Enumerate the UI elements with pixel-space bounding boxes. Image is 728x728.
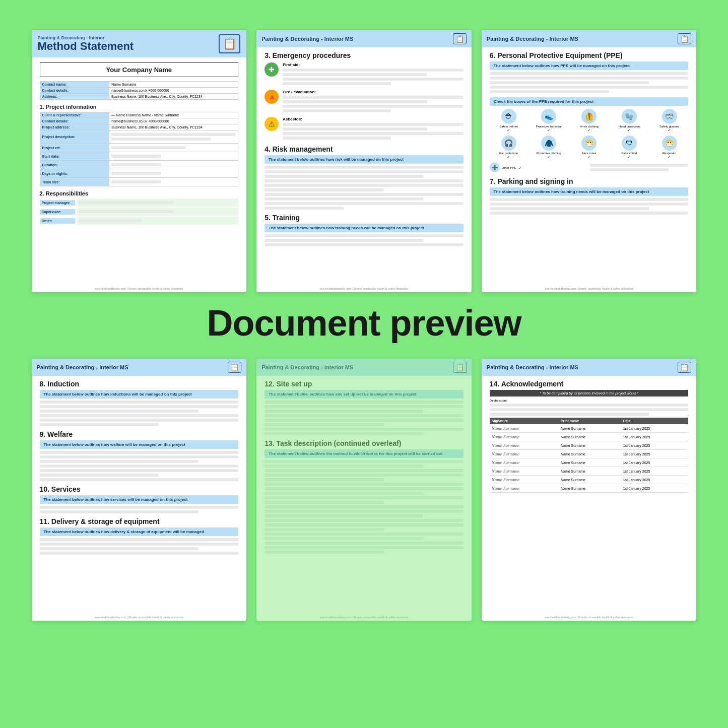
page-4: Painting & Decorating - Interior MS 📋 8.… (32, 359, 247, 621)
page5-header-title: Painting & Decorating - Interior MS (261, 364, 353, 370)
ack-col-signature: Signature (490, 418, 559, 424)
ack-sig-2: Name Surname (490, 433, 559, 441)
welfare-statement: The statement below outlines how welfare… (40, 440, 239, 449)
page1-footer: easyhealthandsafety.com | Simple, access… (32, 287, 247, 290)
page1-header-icon: 📋 (219, 34, 240, 53)
ppe-check-label: Check the boxes of the PPE required for … (490, 97, 689, 106)
ack-print-8: Name Surname (559, 484, 621, 493)
contact-name-label: Contact name: (40, 82, 109, 88)
ppe-respirator: 😷 Respirator ✓ (650, 136, 689, 159)
declaration-star-bar: * To be completed by all persons involve… (490, 390, 689, 396)
first-aid-section: ✚ First aid: (264, 62, 464, 87)
ack-date-5: 1st January 2025 (621, 458, 689, 467)
page2-header-title: Painting & Decorating - Interior MS (261, 36, 353, 42)
address-value: Business Name, 100 Business Ave., City, … (109, 94, 238, 100)
page6-header: Painting & Decorating - Interior MS 📋 (482, 359, 697, 376)
page-2: Painting & Decorating - Interior MS 📋 3.… (256, 30, 472, 292)
page5-footer: easyhealthandsafety.com | Simple, access… (256, 616, 472, 619)
protective-clothing-icon: 🧥 (541, 136, 556, 151)
asbestos-section: ⚠ Asbestos: (264, 117, 464, 141)
address-row: Address: Business Name, 100 Business Ave… (40, 94, 238, 100)
contact-details-value: name@business.co.uk +000-000000 (109, 88, 238, 94)
section11-heading: 11. Delivery & storage of equipment (40, 517, 239, 525)
section7-heading: 7. Parking and signing in (490, 177, 689, 185)
contact-details-label: Contact details: (40, 88, 109, 94)
ppe-other: ➕ Other PPE ✓ (490, 162, 588, 173)
fire-evac-section: 🔺 Fire / evacuation: (264, 90, 464, 114)
ack-print-4: Name Surname (559, 450, 621, 458)
ack-table-header: Signature Print name Date (490, 418, 689, 424)
site-statement: The statement below outlines how site se… (264, 390, 464, 399)
first-aid-label: First aid: (283, 62, 464, 67)
resp-supervisor: Supervisor: (40, 208, 239, 216)
face-shield-check: ✓ (627, 155, 631, 159)
ack-date-1: 1st January 2025 (621, 424, 689, 433)
contact-table: Contact name: Name Surname Contact detai… (40, 81, 239, 100)
page4-header-title: Painting & Decorating - Interior MS (37, 364, 128, 370)
declaration-label: Declaration: (490, 399, 507, 402)
respirator-icon: 😷 (662, 136, 677, 151)
risk-statement: The statement below outlines how risk wi… (264, 155, 464, 164)
ack-date-2: 1st January 2025 (621, 433, 689, 441)
resp-manager: Project manager: (40, 198, 239, 207)
other-ppe-icon: ➕ (490, 162, 500, 172)
section13-heading: 13. Task description (continued overleaf… (264, 439, 464, 447)
fire-evac-label: Fire / evacuation: (283, 90, 464, 94)
ack-date-8: 1st January 2025 (621, 484, 689, 493)
ack-date-6: 1st January 2025 (621, 467, 689, 476)
section1-heading: 1. Project information (40, 104, 239, 110)
protective-footwear-check: ✓ (547, 128, 551, 133)
ear-protection-check: ✓ (507, 155, 510, 159)
page3-footer: easyhealthandsafety.com | Simple, access… (482, 287, 697, 290)
declaration-text-block: Declaration: (490, 399, 689, 416)
section5-heading: 5. Training (264, 214, 464, 222)
top-row-pages: Painting & Decorating - Interior Method … (32, 30, 697, 292)
ack-print-7: Name Surname (559, 476, 621, 484)
ack-print-6: Name Surname (559, 467, 621, 476)
hi-vis-icon: 🦺 (581, 109, 597, 124)
hand-protection-check: ✓ (627, 128, 631, 133)
section6-heading: 6. Personal Protective Equipment (PPE) (490, 51, 689, 59)
asbestos-text: Asbestos: (283, 117, 464, 141)
ack-row-8: Name Surname Name Surname 1st January 20… (490, 484, 689, 493)
ppe-face-shield: 🛡 Face shield ✓ (610, 136, 648, 159)
induction-statement: The statement below outlines how inducti… (40, 390, 239, 399)
asbestos-icon: ⚠ (264, 117, 279, 131)
other-ppe-check: ✓ (518, 166, 522, 170)
respirator-check: ✓ (668, 155, 671, 159)
section9-heading: 9. Welfare (40, 430, 239, 438)
section10-heading: 10. Services (40, 485, 239, 493)
preview-label: Document preview (32, 292, 697, 349)
contact-name-value: Name Surname (109, 82, 238, 88)
page-1: Painting & Decorating - Interior Method … (32, 30, 247, 292)
page4-fade (32, 580, 247, 621)
ppe-protective-footwear: 👟 Protective footwear ✓ (530, 109, 568, 133)
asbestos-label: Asbestos: (283, 117, 464, 121)
face-shield-icon: 🛡 (622, 136, 637, 151)
ack-sig-6: Name Surname (490, 467, 559, 476)
page3-header-icon: 📋 (678, 33, 691, 44)
ppe-ear-protection: 🎧 Ear protection ✓ (490, 136, 528, 159)
company-name-text: Your Company Name (106, 66, 172, 74)
ack-sig-7: Name Surname (490, 476, 559, 484)
ack-print-2: Name Surname (559, 433, 621, 441)
ppe-safety-glasses: 🥽 Safety glasses ✓ (650, 109, 689, 133)
page-6: Painting & Decorating - Interior MS 📋 14… (482, 359, 697, 621)
ppe-hi-vis: 🦺 Hi-vis clothing ✓ (570, 109, 608, 133)
resp-manager-value (77, 198, 239, 207)
other-ppe-label: Other PPE (502, 166, 516, 169)
ppe-statement: The statement below outlines how PPE wil… (490, 61, 689, 70)
delivery-statement: The statement below outlines how deliver… (40, 527, 239, 536)
protective-footwear-icon: 👟 (541, 109, 556, 124)
page5-fade (256, 580, 472, 621)
resp-supervisor-label: Supervisor: (40, 209, 75, 215)
ack-date-7: 1st January 2025 (621, 476, 689, 484)
ppe-hand-protection: 🧤 Hand protection ✓ (610, 109, 648, 133)
hi-vis-check: ✓ (587, 128, 591, 133)
ack-row-7: Name Surname Name Surname 1st January 20… (490, 476, 689, 484)
first-aid-icon: ✚ (264, 62, 279, 77)
resp-other-label: Other: (40, 218, 75, 224)
ack-col-printname: Print name (559, 418, 621, 424)
fire-evac-icon: 🔺 (264, 90, 279, 104)
ack-sig-8: Name Surname (490, 484, 559, 493)
